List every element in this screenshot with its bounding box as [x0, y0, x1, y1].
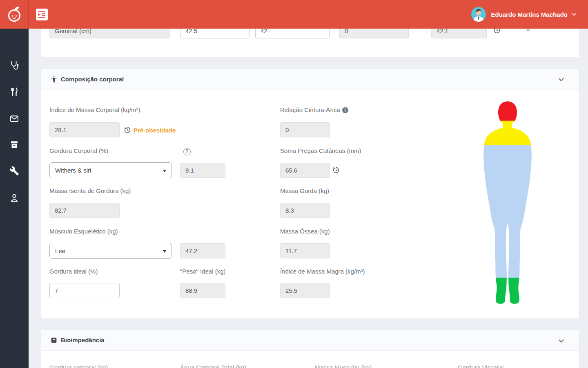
select-caret-icon — [163, 170, 166, 172]
bone-mass-label: Massa Óssea (kg) — [280, 228, 330, 235]
chevron-down-icon — [572, 11, 576, 16]
bio-partial-label-3: Massa Muscular (kg) — [315, 364, 372, 368]
avatar — [471, 7, 486, 22]
bioimpedance-header: Bioimpedância — [41, 330, 579, 351]
meals-icon[interactable] — [9, 87, 19, 97]
whr-label-text: Relação Cintura-Anca — [280, 106, 340, 113]
ideal-weight-field: 88.9 — [180, 283, 225, 298]
ideal-weight-label: "Peso" Ideal (kg) — [180, 268, 226, 275]
apple-logo-icon — [5, 5, 24, 24]
skinfolds-history-icon[interactable] — [332, 166, 340, 174]
scale-icon — [50, 337, 58, 344]
bioimpedance-card: Bioimpedância Gordura corporal (kg) Água… — [41, 329, 580, 368]
bodyfat-field: 9.1 — [180, 163, 225, 178]
bmi-history-icon[interactable] — [124, 126, 131, 134]
body-composition-figure — [479, 100, 536, 305]
app-logo[interactable] — [0, 0, 29, 29]
muscle-method-select[interactable]: Lee — [49, 243, 172, 259]
wrench-icon[interactable] — [9, 166, 19, 176]
help-icon[interactable]: ? — [183, 148, 191, 155]
archive-icon[interactable] — [9, 140, 19, 150]
sidebar-toggle-button[interactable] — [36, 9, 48, 20]
bmi-field: 28.1 — [49, 122, 120, 137]
fatmass-label: Massa Gorda (kg) — [280, 187, 329, 194]
ffm-field: 82.7 — [49, 203, 120, 218]
body-composition-card: Composição corporal Índice de Massa Corp… — [41, 69, 580, 318]
fatmass-field: 8.3 — [280, 203, 330, 218]
app-root: Geminal (cm) 42.5 42 0 42.1 0 Composição… — [0, 0, 588, 368]
skeletal-muscle-field: 47.2 — [180, 243, 225, 258]
muscle-method-value: Lee — [55, 247, 65, 254]
bodyfat-label: Gordura Corporal (%) — [49, 147, 108, 154]
bodyfat-method-select[interactable]: Withers & siri — [49, 162, 172, 178]
bone-mass-field: 11.7 — [280, 243, 330, 258]
bio-partial-label-1: Gordura corporal (kg) — [49, 364, 108, 368]
skinfolds-label: Soma Pregas Cutâneas (mm) — [280, 147, 361, 154]
whr-field: 0 — [280, 122, 330, 137]
skeletal-muscle-label: Músculo Esquelético (kg) — [49, 228, 118, 235]
bmi-label: Índice de Massa Corporal (kg/m²) — [49, 106, 140, 113]
info-icon[interactable]: i — [342, 107, 348, 113]
section-title: Bioimpedância — [61, 337, 105, 343]
ideal-fat-input[interactable]: 7 — [49, 283, 120, 298]
user-dropdown[interactable]: Eduardo Martins Machado — [471, 0, 576, 29]
ffm-label: Massa Isenta de Gordura (kg) — [49, 187, 131, 194]
profile-icon[interactable] — [9, 193, 19, 203]
topbar: Eduardo Martins Machado — [0, 0, 588, 29]
ffmi-label: Índice de Massa Magra (kg/m²) — [280, 268, 365, 275]
stethoscope-icon[interactable] — [9, 61, 19, 70]
bio-partial-label-4: Gordura Visceral — [458, 364, 503, 368]
skinfolds-field: 65.6 — [280, 163, 330, 178]
bmi-status-badge: Pré-obesidade — [134, 127, 176, 134]
user-name: Eduardo Martins Machado — [491, 11, 568, 18]
ideal-fat-label: Gordura ideal (%) — [49, 268, 98, 275]
mail-icon[interactable] — [9, 114, 19, 123]
ffmi-field: 25.5 — [280, 283, 330, 298]
whr-label: Relação Cintura-Ancai — [280, 106, 348, 113]
bio-partial-label-2: Água Corporal Total (kg) — [180, 364, 246, 368]
body-icon — [50, 76, 58, 83]
bodyfat-method-value: Withers & siri — [55, 167, 91, 174]
section-title: Composição corporal — [61, 76, 124, 83]
select-caret-icon — [163, 250, 166, 253]
body-composition-header: Composição corporal — [41, 69, 579, 90]
sidebar — [0, 29, 29, 368]
menu-indent-icon — [37, 10, 47, 19]
